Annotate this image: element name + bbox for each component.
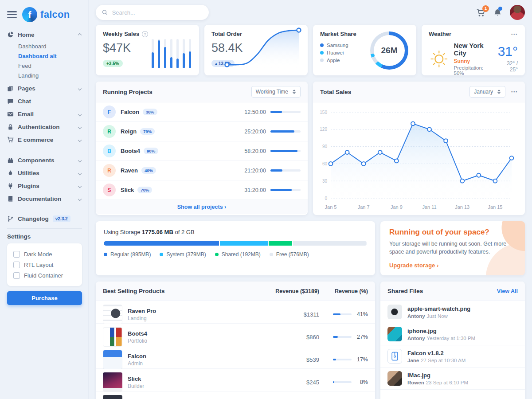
view-all-link[interactable]: View All — [497, 288, 518, 294]
file-info: Falcon v1.8.2Jane27 Sep at 10:30 AM — [407, 350, 466, 363]
market-share-card: Market Share SamsungHuaweiApple 26M — [313, 25, 416, 75]
product-percent-group: 8% — [319, 379, 368, 385]
sidebar-item-email[interactable]: Email — [7, 108, 88, 121]
working-time-select[interactable]: Working Time — [251, 86, 301, 98]
sidebar-item-authentication[interactable]: Authentication — [7, 121, 88, 133]
product-row-falcon[interactable]: FalconAdmin$53917% — [96, 346, 375, 369]
divider — [7, 150, 82, 150]
project-row-boots4[interactable]: BBoots490%58:20:00 — [96, 141, 308, 161]
toggle-fluid-container[interactable]: Fluid Container — [13, 270, 76, 281]
shared-files-title: Shared Files — [387, 288, 423, 294]
sidebar-item-changelog[interactable]: Changelog v2.3.2 — [7, 213, 88, 225]
project-avatar: F — [103, 106, 116, 118]
file-info: iMac.jpgRowen23 Sep at 6:10 PM — [407, 372, 468, 385]
sidebar-item-home[interactable]: Home — [7, 28, 88, 41]
divider — [7, 209, 82, 209]
sidebar-item-label: Utilities — [18, 170, 39, 176]
sidebar-item-utilities[interactable]: Utilities — [7, 167, 88, 180]
sidebar-item-landing[interactable]: Landing — [18, 70, 88, 80]
product-row-partial[interactable] — [96, 391, 375, 399]
storage-legend-item: Free (576MB) — [270, 251, 309, 258]
storage-card: Using Storage 1775.06 MB of 2 GB Regular… — [96, 221, 375, 275]
hamburger-menu-icon[interactable] — [7, 11, 17, 18]
project-row-falcon[interactable]: FFalcon38%12:50:00 — [96, 102, 308, 122]
product-name: Falcon — [128, 353, 146, 360]
cart-button[interactable]: 1 — [476, 8, 485, 17]
product-row-boots4[interactable]: Boots4Portfolio$86027% — [96, 324, 375, 346]
search-input[interactable] — [111, 9, 203, 16]
sidebar-item-chat[interactable]: Chat — [7, 95, 88, 108]
notifications-button[interactable] — [493, 8, 502, 17]
middle-row: Running Projects Working Time FFalcon38%… — [96, 82, 525, 215]
product-name-group: FalconAdmin — [128, 353, 146, 367]
settings-card: Dark ModeRTL LayoutFluid Container — [7, 243, 82, 286]
project-progress-bar — [270, 169, 301, 172]
sort-caret-icon — [292, 89, 296, 94]
project-percent-badge: 40% — [141, 167, 156, 174]
revenue-column-header: Revenue ($3189) — [253, 288, 319, 294]
file-name: iphone.jpg — [407, 328, 475, 334]
product-row-raven-pro[interactable]: Raven ProLanding$131141% — [96, 301, 375, 324]
legend-dot — [104, 253, 107, 256]
show-all-projects-link[interactable]: Show all projects › — [96, 200, 308, 214]
svg-text:Jan 15: Jan 15 — [488, 204, 502, 210]
checkbox[interactable] — [13, 251, 20, 258]
file-info: iphone.jpgAntonyYesterday at 1:30 PM — [407, 328, 475, 341]
legend-label: Free (576MB) — [276, 251, 309, 258]
user-avatar[interactable] — [510, 5, 525, 20]
storage-segment-shared — [268, 241, 293, 246]
project-row-slick[interactable]: SSlick70%31:20:00 — [96, 180, 308, 200]
product-thumbnail — [103, 305, 122, 324]
file-row-falcon-v1-8-2[interactable]: Falcon v1.8.2Jane27 Sep at 10:30 AM — [380, 345, 525, 368]
svg-text:Jan 13: Jan 13 — [455, 204, 469, 210]
project-progress-bar — [270, 111, 301, 113]
storage-segment-regular — [104, 241, 219, 246]
ellipsis-menu-icon[interactable]: ⋯ — [511, 32, 518, 36]
sidebar-item-dashboard[interactable]: Dashboard — [18, 41, 88, 51]
weather-range: 32° / 25° — [498, 60, 518, 73]
purchase-button[interactable]: Purchase — [7, 291, 82, 305]
storage-legend-item: System (379MB) — [160, 251, 206, 258]
sidebar-item-documentation[interactable]: Documentation — [7, 192, 88, 205]
chevron-down-icon — [78, 197, 82, 200]
toggle-rtl-layout[interactable]: RTL Layout — [13, 259, 76, 270]
file-row-imac-jpg[interactable]: iMac.jpgRowen23 Sep at 6:10 PM — [380, 368, 525, 390]
project-row-reign[interactable]: RReign79%25:20:00 — [96, 122, 308, 141]
file-row-iphone-jpg[interactable]: iphone.jpgAntonyYesterday at 1:30 PM — [380, 323, 525, 345]
legend-label: Shared (192MB) — [222, 251, 261, 258]
sidebar-item-label: Documentation — [18, 196, 61, 202]
product-name-group: Raven ProLanding — [128, 308, 156, 321]
product-thumbnail — [103, 327, 122, 347]
help-icon[interactable]: ? — [142, 31, 148, 37]
project-row-raven[interactable]: RRaven40%21:20:00 — [96, 161, 308, 180]
market-share-donut-chart: 26M — [370, 31, 408, 70]
sidebar-item-label: Authentication — [18, 124, 60, 130]
checkbox[interactable] — [13, 262, 20, 268]
project-progress-group: 25:20:00 — [244, 129, 301, 135]
sidebar-item-dashboard-alt[interactable]: Dashboard alt — [18, 51, 88, 61]
file-meta: AntonyJust Now — [407, 313, 470, 319]
product-progress-bar — [333, 313, 352, 315]
month-select[interactable]: January — [469, 86, 505, 98]
file-row-apple-smart-watch-png[interactable]: apple-smart-watch.pngAntonyJust Now — [380, 301, 525, 323]
total-sales-title: Total Sales — [320, 89, 351, 95]
product-row-slick[interactable]: SlickBuilder$2458% — [96, 369, 375, 391]
cart-icon — [7, 137, 14, 143]
project-avatar: R — [103, 164, 116, 177]
main-content: 1 Weekly Sales? $47K +3.5% Total Order 5… — [89, 0, 532, 399]
ellipsis-menu-icon[interactable]: ⋯ — [511, 90, 518, 94]
sidebar-item-pages[interactable]: Pages — [7, 82, 88, 95]
file-thumbnail-watch — [387, 305, 402, 319]
sidebar-item-e-commerce[interactable]: E commerce — [7, 133, 88, 146]
brand-logo[interactable]: f falcon — [22, 7, 70, 22]
sidebar-item-feed[interactable]: Feed — [18, 61, 88, 70]
upgrade-storage-link[interactable]: Upgrade storage › — [389, 262, 516, 269]
sidebar-item-components[interactable]: Components — [7, 154, 88, 167]
sidebar-item-label: Components — [18, 157, 55, 164]
checkbox[interactable] — [13, 272, 20, 279]
toggle-dark-mode[interactable]: Dark Mode — [13, 249, 76, 259]
svg-text:150: 150 — [320, 110, 327, 115]
sidebar-item-plugins[interactable]: Plugins — [7, 180, 88, 192]
brand-row: f falcon — [7, 4, 88, 25]
storage-usage-bar — [104, 241, 367, 246]
